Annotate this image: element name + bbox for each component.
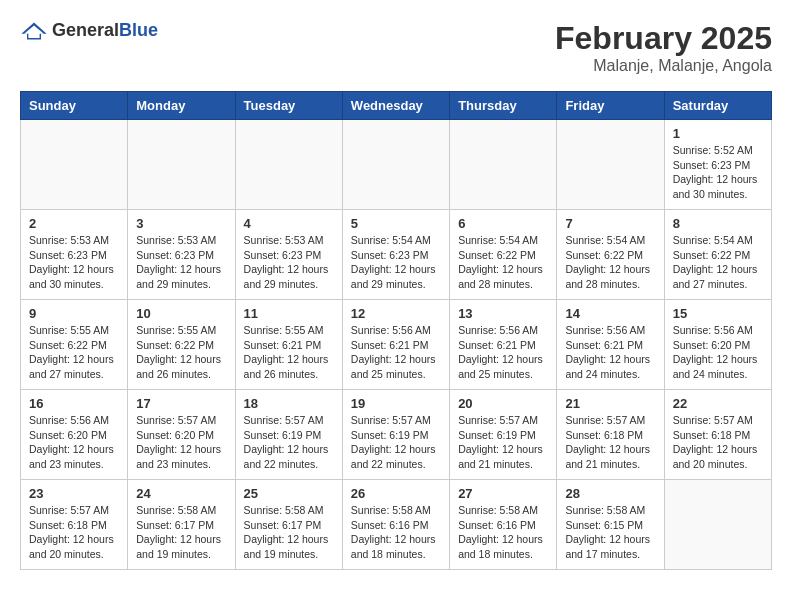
calendar-cell: 20Sunrise: 5:57 AM Sunset: 6:19 PM Dayli…	[450, 390, 557, 480]
calendar-header-sunday: Sunday	[21, 92, 128, 120]
calendar-cell: 8Sunrise: 5:54 AM Sunset: 6:22 PM Daylig…	[664, 210, 771, 300]
calendar-cell: 4Sunrise: 5:53 AM Sunset: 6:23 PM Daylig…	[235, 210, 342, 300]
calendar-header-friday: Friday	[557, 92, 664, 120]
day-number: 25	[244, 486, 334, 501]
calendar-cell: 23Sunrise: 5:57 AM Sunset: 6:18 PM Dayli…	[21, 480, 128, 570]
day-number: 26	[351, 486, 441, 501]
calendar-week-5: 23Sunrise: 5:57 AM Sunset: 6:18 PM Dayli…	[21, 480, 772, 570]
day-info: Sunrise: 5:52 AM Sunset: 6:23 PM Dayligh…	[673, 143, 763, 202]
calendar-header-saturday: Saturday	[664, 92, 771, 120]
day-number: 13	[458, 306, 548, 321]
calendar-cell: 16Sunrise: 5:56 AM Sunset: 6:20 PM Dayli…	[21, 390, 128, 480]
calendar-week-3: 9Sunrise: 5:55 AM Sunset: 6:22 PM Daylig…	[21, 300, 772, 390]
calendar-cell: 28Sunrise: 5:58 AM Sunset: 6:15 PM Dayli…	[557, 480, 664, 570]
day-number: 24	[136, 486, 226, 501]
calendar-cell: 7Sunrise: 5:54 AM Sunset: 6:22 PM Daylig…	[557, 210, 664, 300]
calendar-cell: 22Sunrise: 5:57 AM Sunset: 6:18 PM Dayli…	[664, 390, 771, 480]
day-info: Sunrise: 5:57 AM Sunset: 6:20 PM Dayligh…	[136, 413, 226, 472]
calendar-cell: 2Sunrise: 5:53 AM Sunset: 6:23 PM Daylig…	[21, 210, 128, 300]
calendar-header-wednesday: Wednesday	[342, 92, 449, 120]
calendar-cell: 5Sunrise: 5:54 AM Sunset: 6:23 PM Daylig…	[342, 210, 449, 300]
calendar-cell: 3Sunrise: 5:53 AM Sunset: 6:23 PM Daylig…	[128, 210, 235, 300]
day-info: Sunrise: 5:57 AM Sunset: 6:19 PM Dayligh…	[351, 413, 441, 472]
day-info: Sunrise: 5:55 AM Sunset: 6:21 PM Dayligh…	[244, 323, 334, 382]
day-info: Sunrise: 5:56 AM Sunset: 6:21 PM Dayligh…	[458, 323, 548, 382]
calendar-table: SundayMondayTuesdayWednesdayThursdayFrid…	[20, 91, 772, 570]
calendar-header-monday: Monday	[128, 92, 235, 120]
day-info: Sunrise: 5:58 AM Sunset: 6:17 PM Dayligh…	[136, 503, 226, 562]
day-number: 17	[136, 396, 226, 411]
day-number: 14	[565, 306, 655, 321]
day-info: Sunrise: 5:56 AM Sunset: 6:20 PM Dayligh…	[29, 413, 119, 472]
calendar-cell: 13Sunrise: 5:56 AM Sunset: 6:21 PM Dayli…	[450, 300, 557, 390]
day-info: Sunrise: 5:56 AM Sunset: 6:21 PM Dayligh…	[565, 323, 655, 382]
calendar-cell: 6Sunrise: 5:54 AM Sunset: 6:22 PM Daylig…	[450, 210, 557, 300]
day-info: Sunrise: 5:54 AM Sunset: 6:23 PM Dayligh…	[351, 233, 441, 292]
calendar-cell: 25Sunrise: 5:58 AM Sunset: 6:17 PM Dayli…	[235, 480, 342, 570]
day-number: 23	[29, 486, 119, 501]
calendar-cell	[235, 120, 342, 210]
page-title: February 2025	[555, 20, 772, 57]
day-info: Sunrise: 5:54 AM Sunset: 6:22 PM Dayligh…	[458, 233, 548, 292]
logo-general: General	[52, 20, 119, 40]
logo-blue: Blue	[119, 20, 158, 40]
calendar-cell: 9Sunrise: 5:55 AM Sunset: 6:22 PM Daylig…	[21, 300, 128, 390]
day-number: 21	[565, 396, 655, 411]
calendar-header-tuesday: Tuesday	[235, 92, 342, 120]
day-number: 27	[458, 486, 548, 501]
day-number: 28	[565, 486, 655, 501]
day-info: Sunrise: 5:55 AM Sunset: 6:22 PM Dayligh…	[136, 323, 226, 382]
day-info: Sunrise: 5:56 AM Sunset: 6:21 PM Dayligh…	[351, 323, 441, 382]
day-info: Sunrise: 5:58 AM Sunset: 6:15 PM Dayligh…	[565, 503, 655, 562]
day-info: Sunrise: 5:57 AM Sunset: 6:18 PM Dayligh…	[673, 413, 763, 472]
day-info: Sunrise: 5:56 AM Sunset: 6:20 PM Dayligh…	[673, 323, 763, 382]
title-section: February 2025 Malanje, Malanje, Angola	[555, 20, 772, 75]
day-info: Sunrise: 5:58 AM Sunset: 6:16 PM Dayligh…	[458, 503, 548, 562]
day-number: 6	[458, 216, 548, 231]
day-number: 19	[351, 396, 441, 411]
day-info: Sunrise: 5:54 AM Sunset: 6:22 PM Dayligh…	[673, 233, 763, 292]
calendar-cell	[128, 120, 235, 210]
day-info: Sunrise: 5:53 AM Sunset: 6:23 PM Dayligh…	[29, 233, 119, 292]
logo: GeneralBlue	[20, 20, 158, 41]
logo-text: GeneralBlue	[52, 20, 158, 41]
day-number: 22	[673, 396, 763, 411]
calendar-week-2: 2Sunrise: 5:53 AM Sunset: 6:23 PM Daylig…	[21, 210, 772, 300]
calendar-cell: 19Sunrise: 5:57 AM Sunset: 6:19 PM Dayli…	[342, 390, 449, 480]
calendar-cell: 10Sunrise: 5:55 AM Sunset: 6:22 PM Dayli…	[128, 300, 235, 390]
calendar-week-1: 1Sunrise: 5:52 AM Sunset: 6:23 PM Daylig…	[21, 120, 772, 210]
calendar-cell: 27Sunrise: 5:58 AM Sunset: 6:16 PM Dayli…	[450, 480, 557, 570]
day-info: Sunrise: 5:53 AM Sunset: 6:23 PM Dayligh…	[244, 233, 334, 292]
page-subtitle: Malanje, Malanje, Angola	[555, 57, 772, 75]
calendar-cell: 12Sunrise: 5:56 AM Sunset: 6:21 PM Dayli…	[342, 300, 449, 390]
day-number: 10	[136, 306, 226, 321]
calendar-cell: 17Sunrise: 5:57 AM Sunset: 6:20 PM Dayli…	[128, 390, 235, 480]
calendar-cell: 11Sunrise: 5:55 AM Sunset: 6:21 PM Dayli…	[235, 300, 342, 390]
day-info: Sunrise: 5:58 AM Sunset: 6:17 PM Dayligh…	[244, 503, 334, 562]
day-number: 5	[351, 216, 441, 231]
day-info: Sunrise: 5:58 AM Sunset: 6:16 PM Dayligh…	[351, 503, 441, 562]
calendar-cell	[557, 120, 664, 210]
day-number: 12	[351, 306, 441, 321]
day-info: Sunrise: 5:54 AM Sunset: 6:22 PM Dayligh…	[565, 233, 655, 292]
calendar-cell	[342, 120, 449, 210]
day-number: 2	[29, 216, 119, 231]
day-number: 11	[244, 306, 334, 321]
day-number: 4	[244, 216, 334, 231]
calendar-cell: 18Sunrise: 5:57 AM Sunset: 6:19 PM Dayli…	[235, 390, 342, 480]
calendar-cell: 14Sunrise: 5:56 AM Sunset: 6:21 PM Dayli…	[557, 300, 664, 390]
day-number: 20	[458, 396, 548, 411]
calendar-cell: 15Sunrise: 5:56 AM Sunset: 6:20 PM Dayli…	[664, 300, 771, 390]
day-number: 3	[136, 216, 226, 231]
day-number: 18	[244, 396, 334, 411]
calendar-cell: 26Sunrise: 5:58 AM Sunset: 6:16 PM Dayli…	[342, 480, 449, 570]
day-info: Sunrise: 5:55 AM Sunset: 6:22 PM Dayligh…	[29, 323, 119, 382]
day-number: 9	[29, 306, 119, 321]
calendar-cell	[450, 120, 557, 210]
page-header: GeneralBlue February 2025 Malanje, Malan…	[20, 20, 772, 75]
calendar-header-thursday: Thursday	[450, 92, 557, 120]
day-number: 8	[673, 216, 763, 231]
calendar-cell: 1Sunrise: 5:52 AM Sunset: 6:23 PM Daylig…	[664, 120, 771, 210]
day-number: 1	[673, 126, 763, 141]
day-number: 16	[29, 396, 119, 411]
